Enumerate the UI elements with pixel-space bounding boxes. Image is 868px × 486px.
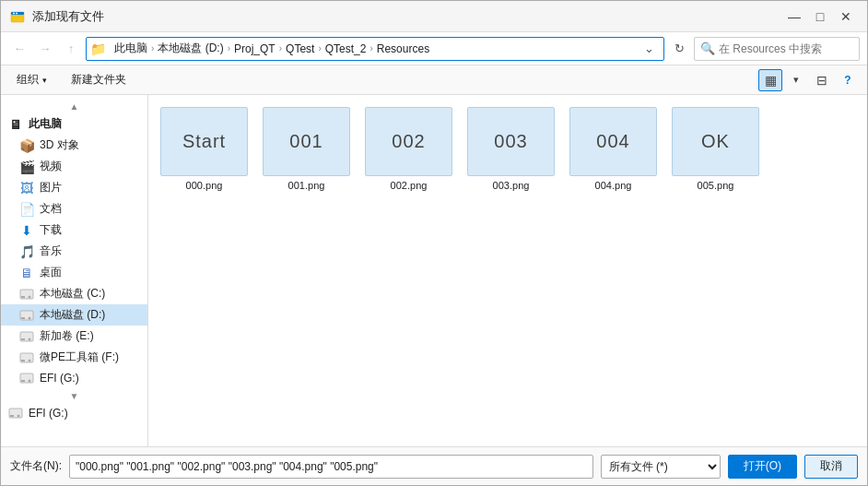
sidebar-scroll-down[interactable]: ▼: [1, 388, 147, 403]
path-folder-icon: 📁: [90, 41, 106, 56]
breadcrumb-local-d[interactable]: 本地磁盘 (D:): [155, 41, 226, 56]
file-item-file-005[interactable]: OK005.png: [667, 102, 764, 196]
sidebar-item-3d-objects[interactable]: 📦 3D 对象: [1, 135, 147, 156]
sidebar-item-music[interactable]: 🎵 音乐: [1, 241, 147, 262]
toolbar: 组织 ▾ 新建文件夹 ▦ ▾ ⊟ ?: [1, 65, 867, 95]
local-c-icon: [19, 287, 34, 302]
file-thumbnail-file-001: 001: [263, 107, 350, 176]
title-bar: 添加现有文件 — □ ✕: [1, 1, 867, 32]
this-pc-icon: 🖥: [8, 117, 23, 132]
dialog-icon: [10, 9, 25, 24]
sidebar-item-wepe-f[interactable]: 微PE工具箱 (F:): [1, 347, 147, 368]
downloads-icon: ⬇: [19, 223, 34, 238]
organize-dropdown-icon: ▾: [42, 76, 47, 85]
refresh-button[interactable]: ↻: [668, 38, 690, 60]
sidebar: ▲ 🖥 此电脑 📦 3D 对象 🎬 视频 🖼 图片 📄 文档: [1, 95, 148, 446]
dialog: 添加现有文件 — □ ✕ ← → ↑ 📁 此电脑 › 本地磁盘 (D:) › P…: [0, 0, 868, 486]
3d-objects-icon: 📦: [19, 138, 34, 153]
breadcrumb-this-pc[interactable]: 此电脑: [111, 41, 150, 56]
file-thumb-text-file-005: OK: [701, 131, 730, 152]
file-thumb-text-file-002: 002: [392, 131, 425, 152]
new-vol-e-icon: [19, 329, 34, 344]
search-input[interactable]: [719, 42, 848, 55]
filetype-select[interactable]: 所有文件 (*): [601, 455, 721, 479]
sidebar-item-documents[interactable]: 📄 文档: [1, 198, 147, 219]
svg-rect-17: [21, 380, 25, 382]
file-name-file-005: 005.png: [698, 180, 734, 191]
file-item-file-003[interactable]: 003003.png: [463, 102, 559, 196]
svg-point-9: [29, 316, 31, 319]
view-dropdown-button[interactable]: ▾: [784, 69, 808, 91]
svg-point-6: [29, 295, 31, 298]
svg-rect-5: [21, 296, 25, 298]
view-grid-button[interactable]: ▦: [758, 69, 782, 91]
file-thumbnail-file-004: 004: [569, 107, 657, 176]
breadcrumb-qtest2[interactable]: QTest_2: [323, 42, 369, 55]
efi-g1-icon: [19, 371, 34, 385]
file-item-file-000[interactable]: Start000.png: [156, 102, 252, 196]
music-icon: 🎵: [19, 244, 34, 259]
forward-button[interactable]: →: [34, 38, 56, 60]
svg-point-15: [29, 359, 31, 362]
file-thumbnail-file-003: 003: [467, 107, 555, 176]
file-thumb-text-file-000: Start: [182, 131, 226, 152]
local-d-icon: [19, 308, 34, 323]
svg-point-12: [29, 338, 31, 340]
file-thumb-text-file-001: 001: [289, 131, 323, 152]
new-folder-button[interactable]: 新建文件夹: [63, 69, 135, 90]
view-pane-button[interactable]: ⊟: [810, 69, 834, 91]
file-name-file-001: 001.png: [288, 180, 325, 191]
breadcrumb-qtest[interactable]: QTest: [283, 42, 317, 55]
toolbar-right: ▦ ▾ ⊟ ?: [758, 69, 860, 91]
sidebar-scroll-up[interactable]: ▲: [1, 99, 147, 113]
file-item-file-001[interactable]: 001001.png: [258, 102, 355, 196]
maximize-button[interactable]: □: [808, 6, 832, 27]
desktop-icon: 🖥: [19, 266, 34, 280]
dialog-title: 添加现有文件: [32, 8, 104, 25]
filename-label: 文件名(N):: [10, 458, 62, 474]
breadcrumb-resources[interactable]: Resources: [374, 42, 432, 55]
help-button[interactable]: ?: [836, 69, 860, 91]
breadcrumb: 此电脑 › 本地磁盘 (D:) › Proj_QT › QTest › QTes…: [111, 41, 432, 56]
filename-input[interactable]: [69, 455, 593, 479]
pictures-icon: 🖼: [19, 181, 34, 196]
sidebar-item-efi-g2[interactable]: EFI (G:): [1, 403, 147, 423]
sidebar-item-this-pc[interactable]: 🖥 此电脑: [1, 113, 147, 135]
file-thumbnail-file-002: 002: [365, 107, 452, 176]
title-bar-left: 添加现有文件: [10, 8, 104, 25]
up-button[interactable]: ↑: [60, 38, 82, 60]
title-bar-controls: — □ ✕: [782, 6, 858, 27]
file-name-file-003: 003.png: [493, 180, 530, 191]
sidebar-item-downloads[interactable]: ⬇ 下载: [1, 219, 147, 241]
cancel-button[interactable]: 取消: [804, 455, 858, 479]
file-item-file-002[interactable]: 002002.png: [360, 102, 457, 196]
search-icon: 🔍: [700, 41, 715, 55]
file-thumb-text-file-004: 004: [596, 131, 629, 152]
svg-point-21: [18, 415, 20, 418]
svg-point-2: [13, 12, 15, 14]
file-name-file-002: 002.png: [391, 180, 428, 191]
sidebar-item-new-vol-e[interactable]: 新加卷 (E:): [1, 326, 147, 347]
efi-g2-icon: [8, 406, 23, 421]
sidebar-item-desktop[interactable]: 🖥 桌面: [1, 262, 147, 283]
svg-point-18: [29, 380, 31, 383]
file-item-file-004[interactable]: 004004.png: [565, 102, 662, 196]
close-button[interactable]: ✕: [834, 6, 858, 27]
organize-button[interactable]: 组织 ▾: [8, 69, 55, 90]
file-thumbnail-file-005: OK: [672, 107, 759, 176]
breadcrumb-proj-qt[interactable]: Proj_QT: [231, 42, 278, 55]
sidebar-item-local-d[interactable]: 本地磁盘 (D:): [1, 304, 147, 326]
open-button[interactable]: 打开(O): [728, 455, 797, 479]
main-area: ▲ 🖥 此电脑 📦 3D 对象 🎬 视频 🖼 图片 📄 文档: [1, 95, 867, 446]
sidebar-item-pictures[interactable]: 🖼 图片: [1, 177, 147, 198]
file-thumb-text-file-003: 003: [494, 131, 527, 152]
sidebar-item-efi-g1[interactable]: EFI (G:): [1, 368, 147, 388]
file-area: Start000.png001001.png002002.png003003.p…: [148, 95, 867, 446]
sidebar-item-local-c[interactable]: 本地磁盘 (C:): [1, 283, 147, 304]
back-button[interactable]: ←: [8, 38, 30, 60]
dropdown-path-button[interactable]: ⌄: [638, 38, 660, 60]
svg-rect-8: [21, 317, 25, 319]
sidebar-item-videos[interactable]: 🎬 视频: [1, 156, 147, 177]
address-bar: ← → ↑ 📁 此电脑 › 本地磁盘 (D:) › Proj_QT › QTes…: [1, 32, 867, 65]
minimize-button[interactable]: —: [782, 6, 806, 27]
